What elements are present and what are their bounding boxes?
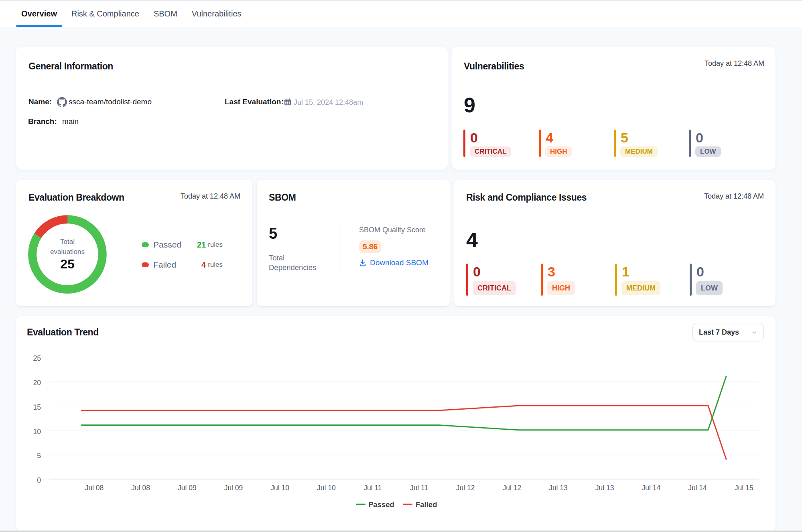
svg-text:Jul 12: Jul 12 (456, 484, 475, 492)
svg-text:Jul 14: Jul 14 (642, 484, 660, 492)
svg-text:Jul 11: Jul 11 (410, 484, 428, 492)
svg-text:25: 25 (60, 257, 75, 271)
svg-text:Jul 12: Jul 12 (503, 484, 522, 492)
svg-text:Jul 08: Jul 08 (131, 484, 150, 492)
svg-text:Passed: Passed (368, 500, 394, 509)
svg-text:5: 5 (37, 452, 41, 460)
svg-text:20: 20 (33, 379, 41, 387)
svg-text:Jul 09: Jul 09 (224, 484, 243, 492)
svg-text:Jul 11: Jul 11 (363, 484, 382, 492)
svg-text:Jul 09: Jul 09 (178, 484, 197, 492)
svg-text:25: 25 (33, 354, 41, 362)
svg-text:Failed: Failed (416, 500, 437, 509)
svg-text:Jul 15: Jul 15 (735, 484, 753, 492)
svg-text:15: 15 (33, 403, 41, 411)
svg-text:Jul 14: Jul 14 (688, 484, 707, 492)
svg-text:Jul 10: Jul 10 (317, 484, 336, 492)
svg-text:Jul 10: Jul 10 (270, 484, 289, 492)
svg-text:Jul 08: Jul 08 (85, 484, 104, 492)
svg-text:10: 10 (33, 428, 41, 436)
svg-text:evaluations: evaluations (50, 248, 85, 256)
svg-text:Total: Total (60, 238, 75, 246)
svg-text:Jul 13: Jul 13 (595, 484, 614, 492)
svg-text:0: 0 (37, 476, 41, 484)
svg-text:Jul 13: Jul 13 (549, 484, 568, 492)
